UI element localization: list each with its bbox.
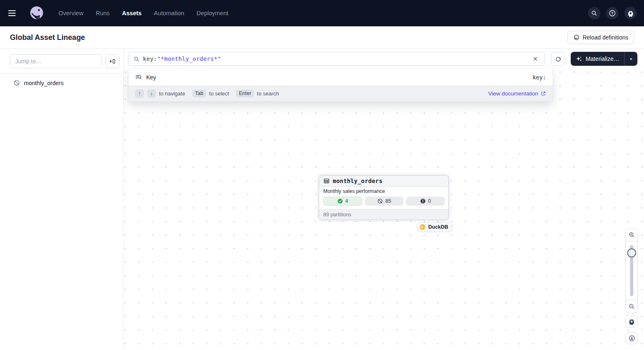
suggestion-hint: key: xyxy=(532,74,546,81)
page-header: Global Asset Lineage Reload definitions xyxy=(0,26,644,49)
asset-search-input[interactable]: key:"*monthly_orders*" xyxy=(128,52,545,66)
view-documentation-label: View documentation xyxy=(488,90,538,97)
primary-nav: Overview Runs Assets Automation Deployme… xyxy=(58,10,229,16)
search-query-value: "*monthly_orders*" xyxy=(157,56,221,62)
select-hint-text: to select xyxy=(209,90,229,97)
slashed-circle-icon xyxy=(377,198,383,204)
chevron-down-icon xyxy=(629,57,633,61)
lineage-toolbar: key:"*monthly_orders*" xyxy=(124,49,644,69)
check-circle-icon xyxy=(337,198,343,204)
lineage-canvas[interactable]: key:"*monthly_orders*" xyxy=(124,49,644,350)
arrow-down-circle-icon xyxy=(628,335,635,342)
arrow-down-key-icon: ↓ xyxy=(147,89,156,98)
panel-collapse-icon xyxy=(109,58,116,65)
clear-search-button[interactable] xyxy=(531,54,540,63)
missing-partitions-badge[interactable]: 85 xyxy=(365,197,404,206)
settings-button[interactable] xyxy=(624,7,637,19)
table-icon xyxy=(323,178,330,184)
code-location-icon xyxy=(573,34,580,41)
search-hint-text: to search xyxy=(257,90,279,97)
kind-tag-duckdb[interactable]: DuckDB xyxy=(416,222,453,232)
filter-search-icon xyxy=(135,74,142,81)
asset-node-header: monthly_orders xyxy=(319,176,448,187)
zoom-controls xyxy=(625,228,638,313)
dagster-logo[interactable] xyxy=(29,5,44,21)
gear-icon xyxy=(627,10,634,17)
search-icon xyxy=(133,56,140,62)
sidebar-item-label: monthly_orders xyxy=(24,80,64,86)
arrow-up-key-icon: ↑ xyxy=(135,89,144,98)
nav-item-deployment[interactable]: Deployment xyxy=(196,10,228,16)
alert-circle-icon xyxy=(420,198,426,204)
asset-node-monthly-orders[interactable]: monthly_orders Monthly sales performance… xyxy=(319,175,449,220)
nav-item-runs[interactable]: Runs xyxy=(96,10,110,16)
page-title: Global Asset Lineage xyxy=(10,33,85,42)
duckdb-icon xyxy=(419,224,426,230)
top-navbar: Overview Runs Assets Automation Deployme… xyxy=(0,0,644,26)
materialized-count: 4 xyxy=(345,198,348,204)
kind-tag-label: DuckDB xyxy=(428,224,448,230)
search-icon xyxy=(591,10,597,16)
help-icon: ? xyxy=(609,9,616,17)
navigate-hint-text: to navigate xyxy=(159,90,185,97)
refresh-icon xyxy=(555,56,562,63)
gear-icon xyxy=(628,318,635,325)
nav-item-overview[interactable]: Overview xyxy=(58,10,83,16)
svg-text:?: ? xyxy=(611,11,613,15)
zoom-in-button[interactable] xyxy=(626,229,637,241)
missing-count: 85 xyxy=(385,198,391,204)
tab-key: Tab xyxy=(192,90,206,97)
zoom-out-button[interactable] xyxy=(626,300,637,313)
collapse-panel-button[interactable] xyxy=(105,54,119,68)
materialized-partitions-badge[interactable]: 4 xyxy=(323,197,362,206)
nav-item-assets[interactable]: Assets xyxy=(122,10,142,16)
lineage-sidebar: monthly_orders xyxy=(0,49,124,350)
sidebar-item-monthly-orders[interactable]: monthly_orders xyxy=(0,78,124,88)
reload-definitions-button[interactable]: Reload definitions xyxy=(567,31,634,44)
graph-settings-button[interactable] xyxy=(625,315,638,328)
search-button[interactable] xyxy=(588,7,600,19)
zoom-slider-handle[interactable] xyxy=(627,248,636,257)
materialize-split-button: Materialize… xyxy=(571,52,637,66)
jump-to-input[interactable] xyxy=(10,54,102,68)
materialize-button[interactable]: Materialize… xyxy=(571,52,624,66)
suggestion-row-key[interactable]: Key key: xyxy=(128,69,553,86)
recenter-view-button[interactable] xyxy=(625,332,638,344)
sparkle-icon xyxy=(576,56,583,63)
asset-node-title: monthly_orders xyxy=(333,178,383,184)
external-link-icon xyxy=(541,91,546,96)
failed-partitions-badge[interactable]: 0 xyxy=(406,197,445,206)
view-documentation-link[interactable]: View documentation xyxy=(488,90,546,97)
suggestion-label: Key xyxy=(146,74,156,81)
nav-item-automation[interactable]: Automation xyxy=(154,10,184,16)
refresh-graph-button[interactable] xyxy=(551,52,565,66)
materialize-label: Materialize… xyxy=(586,56,619,62)
close-icon xyxy=(532,56,538,62)
hamburger-menu-icon[interactable] xyxy=(8,7,20,19)
partition-badges: 4 85 0 xyxy=(319,195,448,209)
slashed-circle-icon xyxy=(13,79,20,86)
materialize-dropdown-button[interactable] xyxy=(624,52,637,66)
partitions-summary: 89 partitions xyxy=(319,209,448,220)
dropdown-footer: ↑ ↓ to navigate Tab to select Enter to s… xyxy=(128,86,553,101)
failed-count: 0 xyxy=(428,198,431,204)
help-button[interactable]: ? xyxy=(606,7,618,19)
enter-key: Enter xyxy=(236,90,254,97)
asset-node-description: Monthly sales performance xyxy=(319,187,448,195)
zoom-out-icon xyxy=(628,303,635,310)
reload-definitions-label: Reload definitions xyxy=(583,34,628,41)
search-suggestions-dropdown: Key key: ↑ ↓ to navigate Tab to select E… xyxy=(128,69,553,102)
zoom-in-icon xyxy=(628,232,635,238)
search-query-prefix: key: xyxy=(143,56,157,62)
